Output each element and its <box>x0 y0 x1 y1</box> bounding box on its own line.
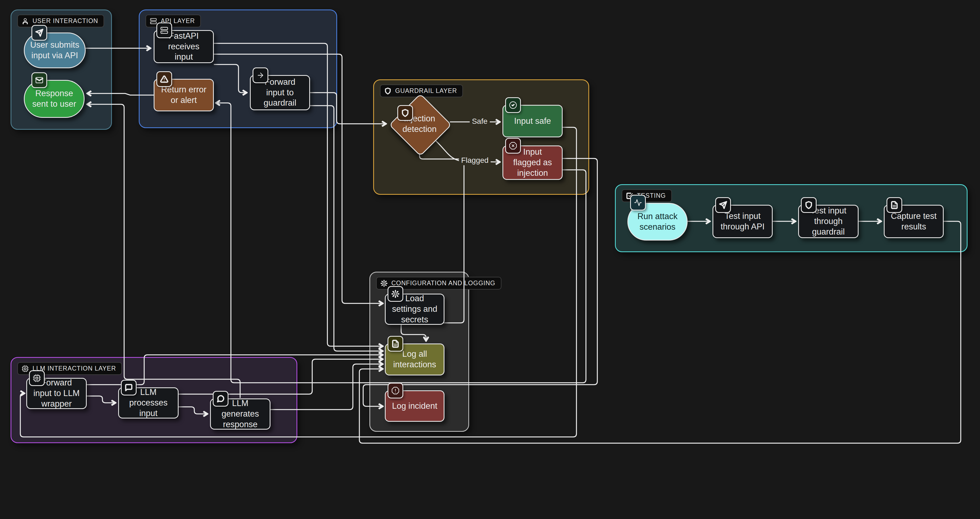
alert-triangle-icon <box>160 75 168 83</box>
node-input-safe-badge <box>505 97 521 113</box>
activity-icon <box>634 198 642 207</box>
edge-label-flagged: Flagged <box>459 156 490 165</box>
node-capture-results-badge <box>886 197 902 213</box>
node-label: Log incident <box>392 401 437 411</box>
alert-octagon-icon <box>391 387 399 395</box>
node-label: Log all interactions <box>391 349 438 370</box>
node-label: Return error or alert <box>160 84 208 106</box>
message-circle-icon <box>216 395 225 403</box>
node-forward-llm-badge <box>29 370 45 386</box>
node-log-all-badge <box>388 336 403 352</box>
edge-llm-processes-to-log-all <box>178 359 383 394</box>
shield-icon <box>401 109 409 117</box>
message-square-icon <box>125 384 133 392</box>
file-text-icon <box>890 201 899 209</box>
arrow-right-icon <box>256 71 264 79</box>
edge-llm-processes-to-llm-generates <box>178 407 207 414</box>
node-label: Input safe <box>514 116 551 127</box>
node-label: Run attack scenarios <box>634 211 681 232</box>
node-test-api-badge <box>715 197 731 213</box>
send-icon <box>35 29 43 37</box>
shield-icon <box>805 201 813 209</box>
node-forward-guardrail-badge <box>253 67 268 83</box>
node-injection-badge <box>397 105 413 121</box>
node-run-attack-badge <box>630 195 646 211</box>
edge-input-safe-to-forward-llm <box>20 127 576 437</box>
flowchart-canvas: USER INTERACTION API LAYER GUARDRAIL LAY… <box>0 0 980 519</box>
node-return-error-badge <box>156 71 172 87</box>
node-label: Injection detection <box>389 94 450 154</box>
edge-capture-results-to-log-all <box>360 221 961 443</box>
edge-forward-guardrail-to-log-all <box>310 106 383 351</box>
node-llm-generates-badge <box>213 391 229 406</box>
node-label: Capture test results <box>890 211 937 232</box>
edge-return-error-to-response <box>87 94 154 95</box>
node-llm-processes-badge <box>121 380 137 395</box>
edge-forward-guardrail-to-injection <box>310 93 386 124</box>
send-icon <box>719 201 727 209</box>
node-user-submits-badge <box>32 25 47 41</box>
gear-icon <box>391 290 399 298</box>
check-circle-icon <box>509 101 517 109</box>
node-log-incident-badge <box>388 383 403 398</box>
file-text-icon <box>391 340 399 348</box>
edge-label-safe: Safe <box>470 116 490 126</box>
node-response-sent-badge <box>32 72 47 88</box>
node-input-flagged-badge <box>505 138 521 154</box>
node-label: Response sent to user <box>30 88 78 110</box>
edges-layer <box>0 0 980 519</box>
edge-llm-generates-to-log-all <box>270 364 383 409</box>
node-fastapi-badge <box>156 22 172 38</box>
node-label: User submits input via API <box>30 40 80 61</box>
mail-icon <box>35 76 43 84</box>
node-injection-detection: Injection detection <box>389 94 450 154</box>
node-load-settings-badge <box>388 286 403 302</box>
edge-forward-llm-to-llm-processes <box>87 396 115 403</box>
node-label: Test input through API <box>719 211 767 232</box>
cpu-icon <box>33 374 41 382</box>
edge-llm-generates-to-response <box>87 104 240 398</box>
node-test-guardrail-badge <box>801 197 816 213</box>
server-icon <box>160 26 168 34</box>
edge-fastapi-to-forward-guardrail <box>214 65 247 93</box>
x-octagon-icon <box>509 142 517 150</box>
